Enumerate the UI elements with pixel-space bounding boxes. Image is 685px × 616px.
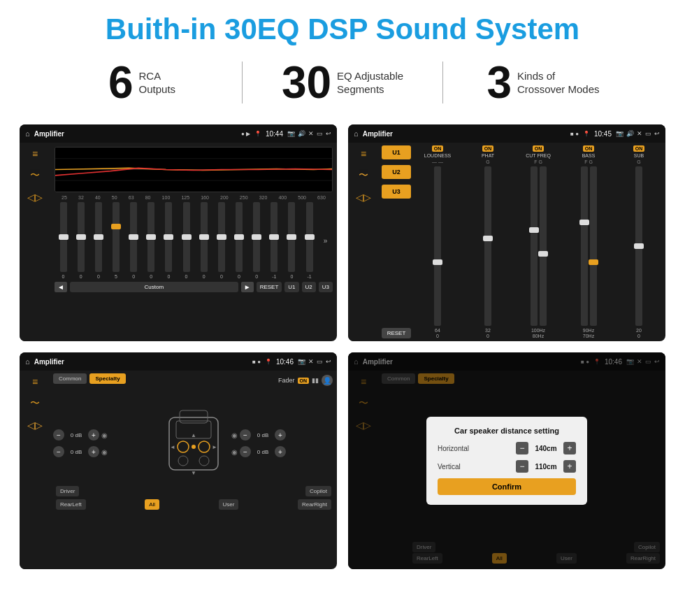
tab-common[interactable]: Common	[53, 373, 87, 384]
bass-thumb-f	[579, 220, 589, 225]
loudness-slider[interactable]	[434, 166, 441, 326]
amp-bands-area: ON LOUDNESS —— ON PHAT G ON CUT FREQ	[414, 145, 663, 338]
cutfreq-val-bot: 80Hz	[533, 334, 544, 338]
stat-rca: 6 RCAOutputs	[42, 60, 242, 105]
fader-on-btn[interactable]: ON	[298, 378, 310, 384]
right-vol: ◉ − 0 dB + ◉ − 0 dB +	[231, 429, 334, 457]
amp-reset-btn[interactable]: RESET	[382, 328, 411, 338]
topbar-time-1: 10:44	[266, 130, 283, 138]
rearleft-btn[interactable]: RearLeft	[56, 499, 86, 510]
tab-specialty[interactable]: Specialty	[89, 373, 125, 384]
u2-select-btn[interactable]: U2	[382, 165, 411, 179]
back-icon-2: ↩	[654, 130, 660, 137]
loudness-val-top: 64	[435, 328, 440, 333]
rect-icon-1: ▭	[317, 130, 323, 137]
u1-select-btn[interactable]: U1	[382, 145, 411, 159]
svg-point-7	[178, 441, 189, 452]
bass-slider-g[interactable]	[590, 166, 597, 326]
camera-icon-2: 📷	[616, 130, 623, 137]
cutfreq-on[interactable]: ON	[533, 145, 545, 152]
stat-eq-number: 30	[282, 60, 331, 105]
all-btn[interactable]: All	[145, 499, 159, 510]
left-top-plus[interactable]: +	[88, 429, 99, 440]
phat-val-bot: 0	[486, 334, 489, 338]
speaker-r-bot: ◉	[231, 448, 238, 456]
phat-slider[interactable]	[484, 166, 491, 326]
u3-btn[interactable]: U3	[319, 282, 333, 292]
wave-icon-1[interactable]: 〜	[30, 169, 40, 182]
loudness-thumb	[433, 259, 442, 265]
eq-controls: ◄ Custom ► RESET U1 U2 U3	[55, 282, 333, 292]
eq-icon-1[interactable]: ≡	[32, 148, 38, 159]
cutfreq-fg: FG	[534, 159, 542, 164]
vertical-minus-btn[interactable]: −	[516, 460, 528, 473]
speaker-icon-2[interactable]: ◁▷	[356, 192, 371, 203]
copilot-btn[interactable]: Copilot	[305, 486, 331, 496]
sub-val-bot: 0	[637, 334, 640, 338]
cutfreq-label: CUT FREQ	[526, 153, 551, 158]
right-bot-val: 0 dB	[253, 449, 273, 455]
left-bot-minus[interactable]: −	[53, 446, 64, 457]
vertical-value: 110cm	[532, 463, 560, 471]
right-top-plus[interactable]: +	[275, 429, 286, 440]
car-diagram-wrapper: ▲ ▼ ◄ ►	[159, 403, 229, 483]
right-bot-plus[interactable]: +	[275, 446, 286, 457]
svg-point-10	[199, 456, 209, 466]
speaker-icon-1[interactable]: ◁▷	[27, 192, 43, 203]
home-icon-3: ⌂	[25, 357, 30, 366]
sub-on[interactable]: ON	[633, 145, 645, 152]
screen3-body: ≡ 〜 ◁▷ Common Specialty Fader ON ▮▮ 👤	[20, 371, 337, 569]
bass-on[interactable]: ON	[583, 145, 595, 152]
loudness-val-bot: 0	[436, 334, 439, 338]
right-top-minus[interactable]: −	[240, 429, 251, 440]
u2-btn[interactable]: U2	[302, 282, 316, 292]
reset-btn[interactable]: RESET	[257, 282, 282, 292]
stat-rca-text: RCAOutputs	[139, 69, 176, 96]
horizontal-plus-btn[interactable]: +	[563, 442, 576, 454]
u1-btn[interactable]: U1	[284, 282, 298, 292]
right-bot-minus[interactable]: −	[240, 446, 251, 457]
horizontal-minus-btn[interactable]: −	[516, 442, 528, 454]
band-headers: ON LOUDNESS —— ON PHAT G ON CUT FREQ	[414, 145, 663, 164]
rect-icon-2: ▭	[645, 130, 651, 137]
vertical-plus-btn[interactable]: +	[563, 460, 576, 473]
eq-slider-4: 0	[130, 202, 137, 279]
car-diagram-svg: ▲ ▼ ◄ ►	[159, 403, 229, 480]
phat-on[interactable]: ON	[482, 145, 494, 152]
loudness-on[interactable]: ON	[432, 145, 444, 152]
rearright-btn[interactable]: RearRight	[298, 499, 331, 510]
topbar-2: ⌂ Amplifier ■ ● 📍 10:45 📷 🔊 ✕ ▭ ↩	[348, 124, 665, 143]
user-btn[interactable]: User	[219, 499, 239, 510]
wave-icon-2[interactable]: 〜	[359, 169, 368, 182]
vol-grid: − 0 dB + ◉ − 0 dB + ◉	[53, 403, 334, 483]
confirm-button[interactable]: Confirm	[438, 478, 576, 495]
screen1-body: ≡ 〜 ◁▷	[20, 143, 337, 341]
sub-slider[interactable]	[635, 166, 642, 326]
amp-main: U1 U2 U3 RESET ON LOUDNESS ——	[379, 143, 665, 341]
bass-sliders	[565, 166, 612, 326]
driver-btn[interactable]: Driver	[56, 486, 79, 496]
left-bot-plus[interactable]: +	[88, 446, 99, 457]
more-icon[interactable]: »	[324, 237, 328, 245]
bass-slider-f[interactable]	[581, 166, 588, 326]
topbar-icons-2: 📷 🔊 ✕ ▭ ↩	[616, 130, 660, 137]
loudness-label: LOUDNESS	[424, 153, 452, 158]
cutfreq-slider-f[interactable]	[531, 166, 538, 326]
eq-icon-3[interactable]: ≡	[32, 376, 38, 387]
cutfreq-thumb-g	[538, 251, 548, 257]
eq-slider-3: 5	[113, 202, 120, 279]
next-btn[interactable]: ►	[241, 282, 254, 292]
cutfreq-slider-g[interactable]	[540, 166, 547, 326]
dot-icons-1: ● ▶	[241, 131, 250, 137]
prev-btn[interactable]: ◄	[55, 282, 67, 292]
wave-icon-3[interactable]: 〜	[30, 397, 40, 410]
left-top-minus[interactable]: −	[53, 429, 64, 440]
stat-eq: 30 EQ AdjustableSegments	[243, 60, 442, 105]
eq-icon-2[interactable]: ≡	[361, 148, 366, 159]
speaker-icon-3[interactable]: ◁▷	[27, 420, 43, 431]
u3-select-btn[interactable]: U3	[382, 185, 411, 199]
page-header: Buith-in 30EQ DSP Sound System	[0, 0, 685, 53]
eq-freq-labels: 25 32 40 50 63 80 100 125 160 200 250 32…	[55, 195, 333, 200]
topbar-time-3: 10:46	[276, 358, 294, 366]
eq-sliders: 0 0 0 5 0	[55, 202, 333, 279]
